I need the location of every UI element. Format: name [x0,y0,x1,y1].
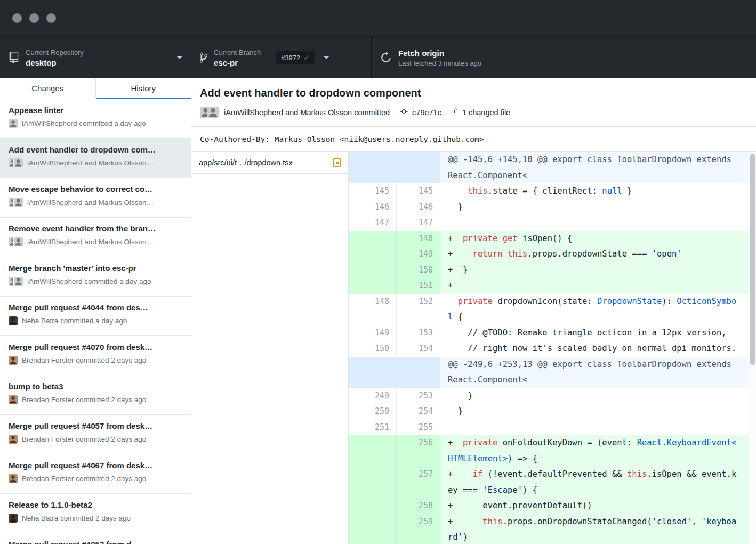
commit-list-item[interactable]: Merge pull request #4053 from d… [0,533,191,544]
titlebar [0,0,756,36]
window-zoom-button[interactable] [46,13,56,23]
commit-avatars [9,356,18,365]
commit-item-title: Merge pull request #4067 from desk… [9,461,182,470]
sidebar: ChangesHistory Appease linteriAmWillShep… [0,78,191,544]
commit-item-meta: iAmWillShepherd and Markus Olsson… [9,237,182,246]
code-line: + return this.props.dropdownState === 'o… [440,246,749,262]
commit-list-item[interactable]: Merge pull request #4067 from desk…Brend… [0,454,191,494]
old-line-number [349,246,397,262]
commit-list-item[interactable]: Add event handler to dropdown com…iAmWil… [0,139,191,178]
window-close-button[interactable] [12,13,22,23]
commit-sha: c79e71c [412,108,441,117]
commit-avatars [9,435,18,444]
old-line-number: 149 [349,325,397,341]
code-line: } [440,404,749,420]
commit-avatars [9,474,18,483]
diff-row: 258+ event.preventDefault() [349,498,749,514]
diff-row: 251255 [349,420,749,436]
commit-meta-text: Neha Batra committed a day ago [22,317,127,325]
hunk-header-text: @@ -145,6 +145,10 @@ export class Toolba… [440,152,749,183]
diff-row: 149153 // @TODO: Remake triangle octicon… [349,325,749,341]
changed-files-group: 1 changed file [451,107,510,117]
app-window: Current Repository desktop Current Branc… [0,0,756,544]
commit-item-meta: Brendan Forster committed 2 days ago [9,395,182,404]
git-commit-icon [399,107,408,117]
tab-changes[interactable]: Changes [0,78,96,99]
commit-avatars [9,395,18,404]
fetch-origin-button[interactable]: Fetch origin Last fetched 3 minutes ago [372,37,554,78]
diff-row: 256+ private onFoldoutKeyDown = (event: … [349,435,749,467]
diff-row: 145145 this.state = { clientRect: null } [349,183,749,199]
diff-row: 148+ private get isOpen() { [349,231,749,247]
code-line: + private get isOpen() { [440,231,749,247]
diff-row: 257+ if (!event.defaultPrevented && this… [349,467,749,498]
sidebar-tabs: ChangesHistory [0,78,191,99]
old-line-number: 147 [349,215,397,231]
code-line: this.state = { clientRect: null } [440,183,749,199]
commit-list-item[interactable]: bump to beta3Brendan Forster committed 2… [0,375,191,415]
commit-meta-text: iAmWillShepherd committed a day ago [22,119,146,127]
commit-item-title: Move escape behavior to correct co… [9,185,182,194]
commit-item-meta: Brendan Forster committed 2 days ago [9,356,182,365]
commit-meta-text: Brendan Forster committed 2 days ago [22,396,146,404]
commit-list-item[interactable]: Release to 1.1.0-beta2Neha Batra committ… [0,494,191,533]
code-line: // right now it's scaled badly on normal… [440,341,749,357]
person-icon [14,198,23,207]
diff-row: 250254 } [349,404,749,420]
commit-meta-text: iAmWillShepherd and Markus Olsson… [27,198,154,206]
code-line: } [440,388,749,404]
file-list-item[interactable]: app/src/ui/t…/dropdown.tsx [191,152,348,174]
old-line-number [349,435,397,467]
code-line: + this.props.onDropdownStateChanged('clo… [440,514,749,544]
scrollbar-thumb[interactable] [750,154,755,365]
diff-row: @@ -249,6 +253,13 @@ export class Toolba… [349,357,749,388]
commit-list-item[interactable]: Merge branch 'master' into esc-priAmWill… [0,257,191,297]
repository-picker-button[interactable]: Current Repository desktop [0,37,191,78]
file-path: app/src/ui/t…/dropdown.tsx [199,158,333,167]
commit-list-item[interactable]: Move escape behavior to correct co…iAmWi… [0,178,191,218]
commit-avatars [9,198,23,207]
commit-list-item[interactable]: Merge pull request #4057 from desk…Brend… [0,415,191,454]
new-line-number: 259 [397,514,440,544]
commit-list-item[interactable]: Merge pull request #4070 from desk…Brend… [0,336,191,375]
person-icon [9,435,18,444]
content-area: ChangesHistory Appease linteriAmWillShep… [0,78,756,544]
diff-view: @@ -145,6 +145,10 @@ export class Toolba… [349,152,756,544]
commit-summary-title: Add event handler to dropdown component [200,86,747,99]
code-line: private dropdownIcon(state: DropdownStat… [440,294,749,325]
diff-scrollbar[interactable] [749,152,756,544]
tab-history[interactable]: History [96,78,191,99]
new-line-number: 253 [397,388,440,404]
person-icon [9,474,18,483]
diff-file-icon [451,107,459,117]
window-minimize-button[interactable] [29,13,39,23]
changed-files-count: 1 changed file [462,108,510,117]
commit-item-meta: iAmWillShepherd committed a day ago [9,119,182,128]
commit-list-item[interactable]: Appease linteriAmWillShepherd committed … [0,99,191,139]
diff-row: 150154 // right now it's scaled badly on… [349,341,749,357]
diff-row: 147147 [349,215,749,231]
commit-list-item[interactable]: Merge pull request #4044 from des…Neha B… [0,297,191,336]
new-line-number: 148 [397,231,440,247]
old-line-number [349,231,397,247]
chevron-down-icon [324,56,329,59]
commit-meta-text: iAmWillShepherd and Markus Olsson… [27,159,154,167]
person-icon [14,158,23,167]
commit-list-item[interactable]: Remove event handler from the bran…iAmWi… [0,218,191,257]
branch-picker-button[interactable]: Current Branch esc-pr #3972 ✓ [191,37,372,78]
hunk-gutter [349,357,440,388]
commit-item-meta: iAmWillShepherd and Markus Olsson… [9,158,182,167]
new-line-number: 256 [397,435,440,467]
repo-label: Current Repository [26,49,84,57]
diff-row: 150+ } [349,262,749,278]
old-line-number: 249 [349,388,397,404]
diff-rows: @@ -145,6 +145,10 @@ export class Toolba… [349,152,749,544]
new-line-number: 146 [397,199,440,215]
commit-item-meta: Brendan Forster committed 2 days ago [9,435,182,444]
toolbar: Current Repository desktop Current Branc… [0,36,756,78]
new-line-number: 147 [397,215,440,231]
commit-item-meta: Neha Batra committed a day ago [9,316,182,325]
diff-row: 146146 } [349,199,749,215]
commit-description: Co-Authored-By: Markus Olsson <niik@user… [191,126,756,152]
committer-avatars [200,107,219,118]
